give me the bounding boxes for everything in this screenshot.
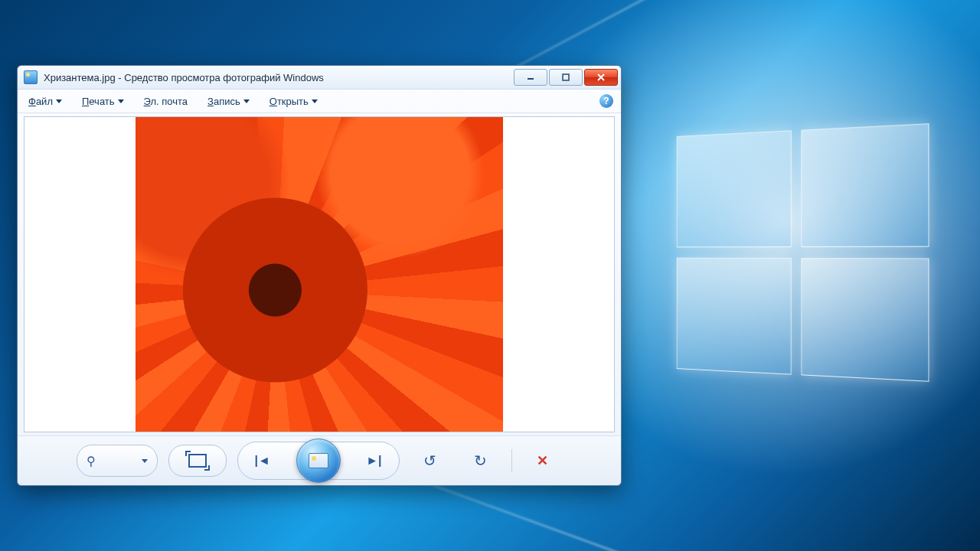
slideshow-button[interactable] [296, 439, 341, 483]
chevron-down-icon [243, 99, 250, 103]
minimize-button[interactable] [514, 69, 547, 86]
rotate-ccw-icon: ↺ [423, 452, 436, 470]
maximize-button[interactable] [549, 69, 583, 86]
menu-open-label: Открыть [270, 96, 309, 107]
chevron-down-icon [118, 99, 124, 103]
rotate-cw-icon: ↻ [474, 452, 487, 470]
menu-file-label: Файл [28, 96, 53, 107]
slideshow-icon [309, 453, 328, 468]
fit-screen-icon [188, 454, 207, 468]
menu-email[interactable]: Эл. почта [141, 94, 191, 109]
titlebar[interactable]: Хризантема.jpg - Средство просмотра фото… [18, 66, 621, 90]
delete-icon: ✕ [537, 452, 548, 469]
photo-viewer-window: Хризантема.jpg - Средство просмотра фото… [17, 65, 622, 486]
window-controls [514, 69, 618, 86]
menu-print-label: Печать [82, 96, 115, 107]
help-icon: ? [603, 96, 609, 106]
displayed-photo [136, 117, 503, 432]
separator [511, 449, 512, 472]
chevron-down-icon [312, 99, 318, 103]
menu-open[interactable]: Открыть [266, 94, 321, 109]
magnifier-icon: ⚲ [87, 454, 96, 468]
help-button[interactable]: ? [599, 94, 613, 108]
menubar: Файл Печать Эл. почта Запись Открыть ? [18, 90, 621, 113]
previous-icon: |◄ [255, 454, 270, 467]
menu-burn-label: Запись [207, 96, 240, 107]
menu-print[interactable]: Печать [79, 94, 127, 109]
delete-button[interactable]: ✕ [523, 447, 563, 474]
image-viewport[interactable] [24, 116, 615, 432]
chevron-down-icon [56, 99, 62, 103]
fit-to-screen-button[interactable] [168, 445, 227, 477]
rotate-ccw-button[interactable]: ↺ [410, 447, 450, 474]
previous-button[interactable]: |◄ [247, 454, 278, 468]
chevron-down-icon [142, 459, 148, 463]
menu-file[interactable]: Файл [25, 94, 65, 109]
minimize-icon [526, 73, 535, 81]
control-bar: ⚲ |◄ ►| ↺ ↻ ✕ [18, 435, 621, 485]
navigation-group: |◄ ►| [237, 442, 400, 480]
svg-rect-1 [563, 74, 569, 80]
close-icon [596, 73, 606, 81]
zoom-control[interactable]: ⚲ [77, 445, 158, 477]
close-button[interactable] [584, 69, 618, 86]
app-icon [24, 70, 38, 84]
window-title: Хризантема.jpg - Средство просмотра фото… [44, 72, 508, 83]
menu-email-label: Эл. почта [144, 96, 188, 107]
next-icon: ►| [366, 454, 381, 467]
windows-logo [677, 123, 929, 382]
menu-burn[interactable]: Запись [204, 94, 253, 109]
maximize-icon [561, 73, 570, 81]
next-button[interactable]: ►| [358, 454, 389, 468]
rotate-cw-button[interactable]: ↻ [461, 447, 501, 474]
